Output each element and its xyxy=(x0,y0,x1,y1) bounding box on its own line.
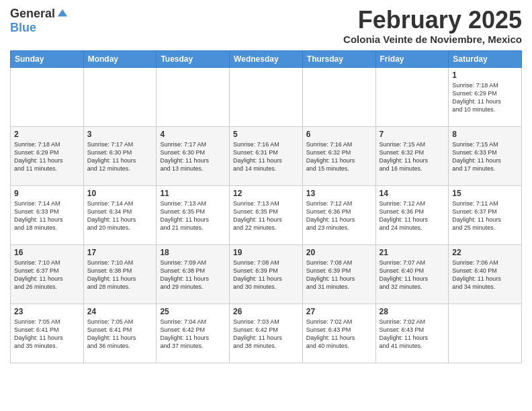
table-row: 14Sunrise: 7:12 AM Sunset: 6:36 PM Dayli… xyxy=(375,185,449,244)
day-info: Sunrise: 7:05 AM Sunset: 6:41 PM Dayligh… xyxy=(14,318,80,351)
day-info: Sunrise: 7:09 AM Sunset: 6:38 PM Dayligh… xyxy=(160,259,226,291)
day-info: Sunrise: 7:17 AM Sunset: 6:30 PM Dayligh… xyxy=(160,140,226,173)
col-saturday: Saturday xyxy=(449,50,522,67)
day-number: 17 xyxy=(87,248,153,257)
day-number: 4 xyxy=(160,130,226,139)
table-row: 19Sunrise: 7:08 AM Sunset: 6:39 PM Dayli… xyxy=(230,244,303,304)
table-row: 28Sunrise: 7:02 AM Sunset: 6:43 PM Dayli… xyxy=(375,304,449,363)
day-number: 12 xyxy=(233,189,299,198)
day-info: Sunrise: 7:16 AM Sunset: 6:32 PM Dayligh… xyxy=(306,140,372,173)
day-number: 6 xyxy=(306,130,372,139)
calendar-week-row: 9Sunrise: 7:14 AM Sunset: 6:33 PM Daylig… xyxy=(11,185,522,244)
day-info: Sunrise: 7:13 AM Sunset: 6:35 PM Dayligh… xyxy=(233,199,299,232)
col-wednesday: Wednesday xyxy=(230,50,303,67)
day-number: 3 xyxy=(87,130,153,139)
day-number: 27 xyxy=(306,307,372,316)
table-row: 27Sunrise: 7:02 AM Sunset: 6:43 PM Dayli… xyxy=(302,304,375,363)
title-block: February 2025 Colonia Veinte de Noviembr… xyxy=(343,7,522,45)
col-thursday: Thursday xyxy=(302,50,375,67)
day-number: 18 xyxy=(160,248,226,257)
table-row: 8Sunrise: 7:15 AM Sunset: 6:33 PM Daylig… xyxy=(449,126,522,185)
day-number: 20 xyxy=(306,248,372,257)
day-info: Sunrise: 7:08 AM Sunset: 6:39 PM Dayligh… xyxy=(233,259,299,291)
table-row: 25Sunrise: 7:04 AM Sunset: 6:42 PM Dayli… xyxy=(157,304,230,363)
day-info: Sunrise: 7:06 AM Sunset: 6:40 PM Dayligh… xyxy=(452,259,518,291)
table-row: 3Sunrise: 7:17 AM Sunset: 6:30 PM Daylig… xyxy=(83,126,157,185)
col-friday: Friday xyxy=(375,50,449,67)
calendar-header-row: Sunday Monday Tuesday Wednesday Thursday… xyxy=(11,50,522,67)
day-info: Sunrise: 7:15 AM Sunset: 6:32 PM Dayligh… xyxy=(380,140,445,173)
page: General Blue February 2025 Colonia Veint… xyxy=(0,0,532,411)
day-info: Sunrise: 7:13 AM Sunset: 6:35 PM Dayligh… xyxy=(160,199,226,232)
day-info: Sunrise: 7:10 AM Sunset: 6:38 PM Dayligh… xyxy=(87,259,153,291)
table-row: 21Sunrise: 7:07 AM Sunset: 6:40 PM Dayli… xyxy=(375,244,449,304)
month-title: February 2025 xyxy=(343,7,522,34)
calendar-week-row: 1Sunrise: 7:18 AM Sunset: 6:29 PM Daylig… xyxy=(11,67,522,126)
table-row xyxy=(157,67,230,126)
day-number: 14 xyxy=(380,189,445,198)
day-info: Sunrise: 7:15 AM Sunset: 6:33 PM Dayligh… xyxy=(452,140,518,173)
day-info: Sunrise: 7:07 AM Sunset: 6:40 PM Dayligh… xyxy=(380,259,445,291)
location-subtitle: Colonia Veinte de Noviembre, Mexico xyxy=(343,34,522,45)
day-number: 23 xyxy=(14,307,80,316)
table-row: 23Sunrise: 7:05 AM Sunset: 6:41 PM Dayli… xyxy=(11,304,84,363)
day-info: Sunrise: 7:02 AM Sunset: 6:43 PM Dayligh… xyxy=(380,318,445,351)
day-number: 5 xyxy=(233,130,299,139)
logo-icon xyxy=(56,8,69,20)
day-number: 16 xyxy=(14,248,80,257)
table-row xyxy=(449,304,522,363)
table-row: 24Sunrise: 7:05 AM Sunset: 6:41 PM Dayli… xyxy=(83,304,157,363)
table-row: 4Sunrise: 7:17 AM Sunset: 6:30 PM Daylig… xyxy=(157,126,230,185)
day-number: 28 xyxy=(380,307,445,316)
day-number: 1 xyxy=(452,71,518,80)
table-row: 20Sunrise: 7:08 AM Sunset: 6:39 PM Dayli… xyxy=(302,244,375,304)
logo-blue-text: Blue xyxy=(10,21,36,35)
table-row: 26Sunrise: 7:03 AM Sunset: 6:42 PM Dayli… xyxy=(230,304,303,363)
day-number: 21 xyxy=(380,248,445,257)
svg-marker-0 xyxy=(58,9,67,16)
table-row: 1Sunrise: 7:18 AM Sunset: 6:29 PM Daylig… xyxy=(449,67,522,126)
table-row: 5Sunrise: 7:16 AM Sunset: 6:31 PM Daylig… xyxy=(230,126,303,185)
calendar-week-row: 2Sunrise: 7:18 AM Sunset: 6:29 PM Daylig… xyxy=(11,126,522,185)
table-row: 10Sunrise: 7:14 AM Sunset: 6:34 PM Dayli… xyxy=(83,185,157,244)
day-info: Sunrise: 7:03 AM Sunset: 6:42 PM Dayligh… xyxy=(233,318,299,351)
day-number: 7 xyxy=(380,130,445,139)
day-info: Sunrise: 7:17 AM Sunset: 6:30 PM Dayligh… xyxy=(87,140,153,173)
day-number: 25 xyxy=(160,307,226,316)
day-info: Sunrise: 7:12 AM Sunset: 6:36 PM Dayligh… xyxy=(306,199,372,232)
table-row: 7Sunrise: 7:15 AM Sunset: 6:32 PM Daylig… xyxy=(375,126,449,185)
day-info: Sunrise: 7:10 AM Sunset: 6:37 PM Dayligh… xyxy=(14,259,80,291)
table-row: 17Sunrise: 7:10 AM Sunset: 6:38 PM Dayli… xyxy=(83,244,157,304)
table-row: 16Sunrise: 7:10 AM Sunset: 6:37 PM Dayli… xyxy=(11,244,84,304)
table-row xyxy=(302,67,375,126)
table-row: 6Sunrise: 7:16 AM Sunset: 6:32 PM Daylig… xyxy=(302,126,375,185)
calendar-week-row: 16Sunrise: 7:10 AM Sunset: 6:37 PM Dayli… xyxy=(11,244,522,304)
day-number: 8 xyxy=(452,130,518,139)
header: General Blue February 2025 Colonia Veint… xyxy=(10,7,522,45)
day-number: 26 xyxy=(233,307,299,316)
day-number: 24 xyxy=(87,307,153,316)
col-tuesday: Tuesday xyxy=(157,50,230,67)
col-monday: Monday xyxy=(83,50,157,67)
day-number: 13 xyxy=(306,189,372,198)
table-row: 2Sunrise: 7:18 AM Sunset: 6:29 PM Daylig… xyxy=(11,126,84,185)
day-info: Sunrise: 7:02 AM Sunset: 6:43 PM Dayligh… xyxy=(306,318,372,351)
day-number: 2 xyxy=(14,130,80,139)
table-row: 13Sunrise: 7:12 AM Sunset: 6:36 PM Dayli… xyxy=(302,185,375,244)
day-number: 15 xyxy=(452,189,518,198)
calendar-table: Sunday Monday Tuesday Wednesday Thursday… xyxy=(10,50,522,363)
day-info: Sunrise: 7:14 AM Sunset: 6:34 PM Dayligh… xyxy=(87,199,153,232)
day-info: Sunrise: 7:16 AM Sunset: 6:31 PM Dayligh… xyxy=(233,140,299,173)
day-info: Sunrise: 7:14 AM Sunset: 6:33 PM Dayligh… xyxy=(14,199,80,232)
day-info: Sunrise: 7:04 AM Sunset: 6:42 PM Dayligh… xyxy=(160,318,226,351)
logo: General Blue xyxy=(10,7,69,35)
table-row xyxy=(375,67,449,126)
calendar-week-row: 23Sunrise: 7:05 AM Sunset: 6:41 PM Dayli… xyxy=(11,304,522,363)
day-info: Sunrise: 7:11 AM Sunset: 6:37 PM Dayligh… xyxy=(452,199,518,232)
day-number: 11 xyxy=(160,189,226,198)
day-info: Sunrise: 7:18 AM Sunset: 6:29 PM Dayligh… xyxy=(14,140,80,173)
day-info: Sunrise: 7:05 AM Sunset: 6:41 PM Dayligh… xyxy=(87,318,153,351)
table-row: 22Sunrise: 7:06 AM Sunset: 6:40 PM Dayli… xyxy=(449,244,522,304)
day-info: Sunrise: 7:18 AM Sunset: 6:29 PM Dayligh… xyxy=(452,81,518,114)
table-row xyxy=(230,67,303,126)
